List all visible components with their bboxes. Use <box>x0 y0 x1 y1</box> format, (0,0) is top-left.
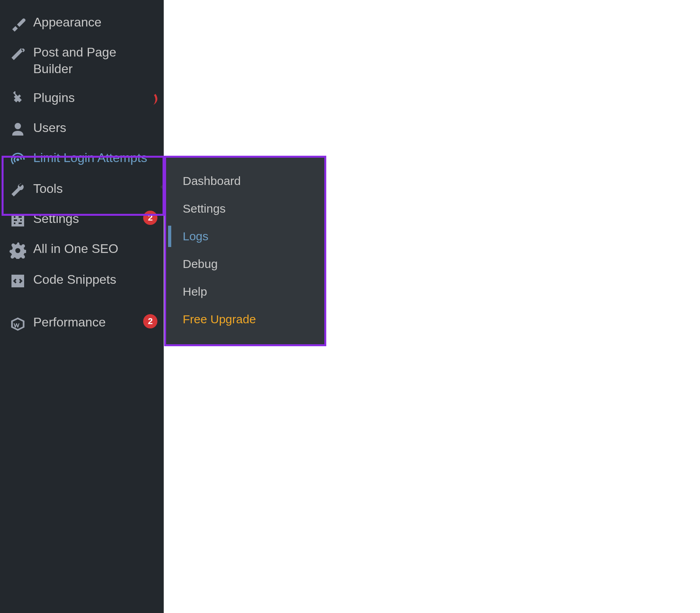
sidebar-item-settings[interactable]: Settings 2 <box>0 204 164 234</box>
w3-cube-icon <box>8 316 28 332</box>
submenu-item-free-upgrade[interactable]: Free Upgrade <box>166 306 324 333</box>
fingerprint-icon <box>8 151 28 168</box>
sidebar-item-plugins[interactable]: Plugins <box>0 83 164 113</box>
sidebar-item-performance[interactable]: Performance 2 <box>0 308 164 339</box>
admin-sidebar: Appearance Post and Page Builder Plugins… <box>0 0 164 613</box>
sidebar-item-code-snippets[interactable]: Code Snippets <box>0 265 164 295</box>
submenu-item-settings[interactable]: Settings <box>166 195 324 223</box>
admin-menu: Appearance Post and Page Builder Plugins… <box>0 0 164 339</box>
sidebar-item-label: Appearance <box>33 14 157 31</box>
sidebar-item-limit-login[interactable]: Limit Login Attempts <box>0 143 164 174</box>
sidebar-item-aioseo[interactable]: All in One SEO <box>0 234 164 265</box>
sidebar-item-users[interactable]: Users <box>0 113 164 143</box>
submenu-list: Dashboard Settings Logs Debug Help Free … <box>166 167 324 333</box>
submenu-item-label: Free Upgrade <box>183 313 256 326</box>
sidebar-item-label: Users <box>33 120 157 136</box>
sliders-icon <box>8 212 28 228</box>
submenu-item-label: Help <box>183 285 207 298</box>
sidebar-item-tools[interactable]: Tools <box>0 174 164 204</box>
wrench-icon <box>8 182 28 198</box>
submenu-item-label: Debug <box>183 257 218 270</box>
submenu-item-label: Logs <box>183 230 208 243</box>
sidebar-item-label: Post and Page Builder <box>33 44 157 77</box>
update-badge <box>142 90 157 106</box>
submenu-item-help[interactable]: Help <box>166 278 324 306</box>
update-badge: 2 <box>143 211 157 225</box>
sidebar-item-appearance[interactable]: Appearance <box>0 8 164 38</box>
submenu-item-debug[interactable]: Debug <box>166 250 324 278</box>
user-icon <box>8 121 28 137</box>
brush-icon <box>8 16 28 32</box>
submenu-item-label: Dashboard <box>183 174 241 187</box>
sidebar-item-label: All in One SEO <box>33 241 157 257</box>
sidebar-item-label: Plugins <box>33 90 136 106</box>
sidebar-item-post-page-builder[interactable]: Post and Page Builder <box>0 38 164 83</box>
menu-separator <box>0 295 164 308</box>
sidebar-item-label: Tools <box>33 181 157 197</box>
gear-icon <box>8 242 28 259</box>
submenu-item-label: Settings <box>183 202 225 215</box>
update-badge: 2 <box>143 314 157 328</box>
sidebar-item-label: Limit Login Attempts <box>33 150 157 166</box>
flyout-submenu: Dashboard Settings Logs Debug Help Free … <box>166 158 324 344</box>
submenu-item-dashboard[interactable]: Dashboard <box>166 167 324 195</box>
sidebar-item-label: Settings <box>33 211 138 227</box>
pencil-icon <box>8 46 28 62</box>
plug-icon <box>8 91 28 107</box>
submenu-item-logs[interactable]: Logs <box>166 223 324 250</box>
sidebar-item-label: Performance <box>33 314 138 331</box>
code-icon <box>8 273 28 289</box>
sidebar-item-label: Code Snippets <box>33 272 157 288</box>
